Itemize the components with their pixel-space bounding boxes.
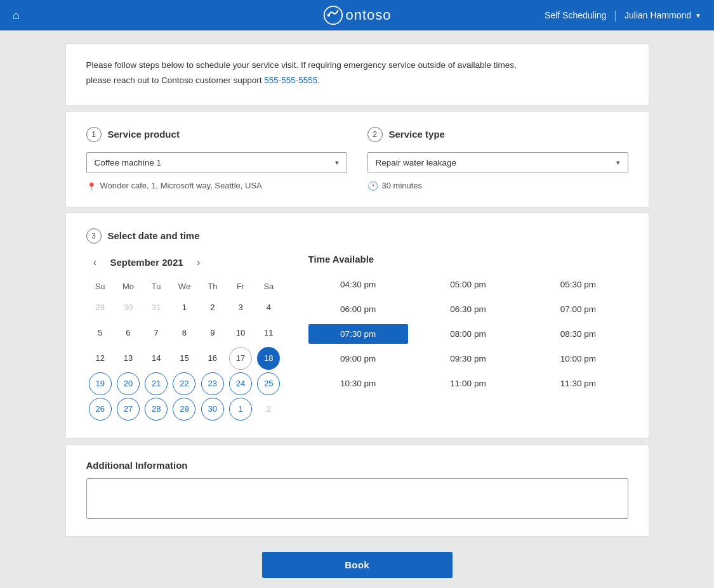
calendar-day[interactable]: 25	[257, 372, 280, 395]
calendar-day[interactable]: 1	[173, 296, 195, 319]
time-slot[interactable]: 09:00 pm	[308, 349, 408, 369]
calendar-week-3: 19202122232425	[86, 372, 283, 395]
content-area: Please follow steps below to schedule yo…	[65, 30, 649, 588]
duration-text: 30 minutes	[382, 181, 423, 190]
calendar-day[interactable]: 4	[257, 296, 280, 319]
calendar-day[interactable]: 29	[173, 398, 195, 421]
calendar-day[interactable]: 21	[145, 372, 168, 395]
calendar-day[interactable]: 24	[229, 372, 252, 395]
duration-row: 🕐 30 minutes	[367, 181, 628, 191]
calendar-month: September 2021	[110, 257, 183, 268]
intro-card: Please follow steps below to schedule yo…	[65, 43, 649, 106]
user-name: Julian Hammond	[625, 10, 691, 20]
calendar-day[interactable]: 10	[229, 322, 252, 344]
service-product-dropdown[interactable]: Coffee machine 1 ▾	[86, 152, 347, 173]
calendar-day[interactable]: 23	[201, 372, 224, 395]
calendar-left: ‹ September 2021 › Su Mo Tu We Th Fr Sa	[86, 254, 283, 423]
prev-month-button[interactable]: ‹	[86, 254, 104, 271]
calendar-container: ‹ September 2021 › Su Mo Tu We Th Fr Sa	[86, 254, 628, 423]
calendar-day[interactable]: 20	[117, 372, 140, 395]
day-header-su: Su	[86, 279, 114, 294]
calendar-day[interactable]: 5	[89, 322, 112, 344]
calendar-day[interactable]: 3	[229, 296, 252, 319]
calendar-day[interactable]: 19	[89, 372, 112, 395]
time-slot[interactable]: 08:00 pm	[418, 324, 518, 344]
step1-header: 1 Service product	[86, 127, 347, 142]
book-button[interactable]: Book	[262, 552, 453, 578]
calendar-day[interactable]: 26	[89, 398, 112, 421]
calendar-day: 31	[145, 296, 168, 319]
calendar-day[interactable]: 22	[173, 372, 195, 395]
time-slot[interactable]: 07:00 pm	[528, 299, 628, 319]
user-caret-icon: ▼	[695, 12, 701, 19]
calendar-day[interactable]: 6	[117, 322, 140, 344]
intro-text-1: Please follow steps below to schedule yo…	[86, 59, 628, 72]
calendar-day[interactable]: 8	[173, 322, 195, 344]
calendar-day[interactable]: 11	[257, 322, 280, 344]
clock-icon: 🕐	[367, 181, 378, 191]
calendar-day[interactable]: 15	[173, 347, 195, 370]
calendar-day[interactable]: 16	[201, 347, 224, 370]
step1-col: 1 Service product Coffee machine 1 ▾ 📍 W…	[86, 127, 347, 192]
step2-col: 2 Service type Repair water leakage ▾ 🕐 …	[367, 127, 628, 192]
time-slot[interactable]: 08:30 pm	[528, 324, 628, 344]
calendar-day[interactable]: 9	[201, 322, 224, 344]
svg-point-1	[327, 14, 329, 16]
calendar-day[interactable]: 7	[145, 322, 168, 344]
calendar-day[interactable]: 1	[229, 398, 252, 421]
calendar-day[interactable]: 18	[257, 347, 280, 370]
calendar-day[interactable]: 27	[117, 398, 140, 421]
day-header-mo: Mo	[114, 279, 142, 294]
calendar-day[interactable]: 17	[229, 347, 252, 370]
step2-circle: 2	[367, 127, 383, 142]
service-type-caret-icon: ▾	[616, 159, 620, 167]
intro-text-2-part: please reach out to Contoso customer sup…	[86, 75, 265, 85]
service-card: 1 Service product Coffee machine 1 ▾ 📍 W…	[65, 111, 649, 207]
time-slot[interactable]: 06:30 pm	[418, 299, 518, 319]
service-type-dropdown[interactable]: Repair water leakage ▾	[367, 152, 628, 173]
user-menu[interactable]: Julian Hammond ▼	[625, 10, 701, 20]
step2-number: 2	[373, 130, 377, 139]
day-header-th: Th	[199, 279, 227, 294]
logo: ontoso	[322, 5, 391, 25]
calendar-day[interactable]: 30	[201, 398, 224, 421]
calendar-weeks: 2930311234567891011121314151617181920212…	[86, 296, 283, 421]
header: ⌂ ontoso Self Scheduling | Julian Hammon…	[0, 0, 714, 30]
time-grid: 04:30 pm05:00 pm05:30 pm06:00 pm06:30 pm…	[308, 275, 628, 393]
time-slot[interactable]: 07:30 pm	[308, 324, 408, 344]
calendar-day[interactable]: 28	[145, 398, 168, 421]
time-slot[interactable]: 04:30 pm	[308, 275, 408, 294]
service-type-value: Repair water leakage	[376, 158, 457, 167]
step3-header: 3 Select date and time	[86, 228, 628, 244]
calendar-nav: ‹ September 2021 ›	[86, 254, 283, 271]
day-header-fr: Fr	[227, 279, 255, 294]
step2-title: Service type	[389, 129, 445, 140]
additional-info-input[interactable]	[86, 478, 628, 519]
pin-icon: 📍	[86, 182, 96, 192]
intro-text-2: please reach out to Contoso customer sup…	[86, 74, 628, 87]
next-month-button[interactable]: ›	[190, 254, 208, 271]
time-slot[interactable]: 06:00 pm	[308, 299, 408, 319]
time-slot[interactable]: 09:30 pm	[418, 349, 518, 369]
time-slot[interactable]: 10:00 pm	[528, 349, 628, 369]
time-slot[interactable]: 11:30 pm	[528, 374, 628, 393]
time-slot[interactable]: 05:00 pm	[418, 275, 518, 294]
calendar-day[interactable]: 13	[117, 347, 140, 370]
home-icon[interactable]: ⌂	[13, 9, 20, 22]
header-right: Self Scheduling | Julian Hammond ▼	[545, 9, 701, 22]
calendar-week-2: 12131415161718	[86, 347, 283, 370]
calendar-day[interactable]: 2	[201, 296, 224, 319]
time-slot[interactable]: 05:30 pm	[528, 275, 628, 294]
time-slot[interactable]: 10:30 pm	[308, 374, 408, 393]
additional-info-card: Additional Information	[65, 444, 649, 537]
page-wrapper: Please follow steps below to schedule yo…	[0, 30, 714, 588]
calendar-header: Su Mo Tu We Th Fr Sa	[86, 279, 283, 294]
time-slot[interactable]: 11:00 pm	[418, 374, 518, 393]
calendar-day: 29	[89, 296, 112, 319]
calendar-day[interactable]: 14	[145, 347, 168, 370]
calendar-day[interactable]: 12	[89, 347, 112, 370]
service-columns: 1 Service product Coffee machine 1 ▾ 📍 W…	[86, 127, 628, 192]
calendar-week-4: 262728293012	[86, 398, 283, 421]
phone-link[interactable]: 555-555-5555	[264, 75, 317, 85]
address-row: 📍 Wonder cafe, 1, Microsoft way, Seattle…	[86, 181, 347, 192]
